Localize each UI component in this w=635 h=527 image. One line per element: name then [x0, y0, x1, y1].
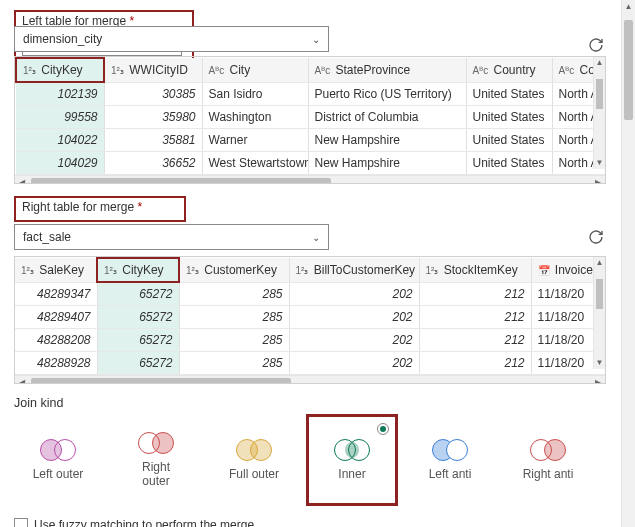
column-header[interactable]: 1²₃ CityKey: [97, 258, 179, 282]
table-cell: 48288208: [15, 329, 97, 352]
column-header[interactable]: 1²₃ StockItemKey: [419, 258, 531, 282]
fuzzy-label: Use fuzzy matching to perform the merge: [34, 518, 254, 527]
dialog-v-scrollbar[interactable]: ▲: [621, 0, 635, 527]
h-scrollbar[interactable]: ◀▶: [15, 175, 605, 184]
column-header[interactable]: 1²₃ CustomerKey: [179, 258, 289, 282]
table-cell: 99558: [16, 106, 104, 129]
join-kind-right-outer[interactable]: Rightouter: [112, 416, 200, 504]
refresh-icon[interactable]: [586, 227, 606, 247]
table-cell: 30385: [104, 82, 202, 106]
table-row[interactable]: 10402235881WarnerNew HampshireUnited Sta…: [16, 129, 606, 152]
join-kind-right-anti[interactable]: Right anti: [504, 416, 592, 504]
column-header[interactable]: Aᴮc City: [202, 58, 308, 82]
table-cell: United States: [466, 129, 552, 152]
venn-icon: [334, 439, 370, 461]
table-cell: New Hampshire: [308, 152, 466, 175]
table-row[interactable]: 482893476527228520221211/18/20: [15, 282, 606, 306]
table-row[interactable]: 482889286527228520221211/18/20: [15, 352, 606, 375]
table-row[interactable]: 9955835980WashingtonDistrict of Columbia…: [16, 106, 606, 129]
table-cell: 48289347: [15, 282, 97, 306]
table-cell: 36652: [104, 152, 202, 175]
join-kind-left-outer[interactable]: Left outer: [14, 416, 102, 504]
join-kind-inner[interactable]: Inner: [308, 416, 396, 504]
table-cell: United States: [466, 82, 552, 106]
column-header[interactable]: 1²₃ SaleKey: [15, 258, 97, 282]
venn-icon: [236, 439, 272, 461]
table-cell: 104022: [16, 129, 104, 152]
left-table: 1²₃ CityKey1²₃ WWICityIDAᴮc CityAᴮc Stat…: [14, 56, 606, 184]
join-kind-full-outer[interactable]: Full outer: [210, 416, 298, 504]
table-cell: 48289407: [15, 306, 97, 329]
venn-icon: [40, 439, 76, 461]
table-cell: United States: [466, 152, 552, 175]
join-kind-label: Left outer: [33, 467, 84, 481]
join-kind-label: Left anti: [429, 467, 472, 481]
h-scrollbar[interactable]: ◀▶: [15, 375, 605, 384]
table-cell: 65272: [97, 352, 179, 375]
join-kind-label: Rightouter: [142, 460, 170, 489]
join-kind-label: Join kind: [14, 396, 606, 410]
table-cell: 212: [419, 306, 531, 329]
table-cell: 65272: [97, 282, 179, 306]
column-header[interactable]: Aᴮc Country: [466, 58, 552, 82]
table-cell: 202: [289, 329, 419, 352]
table-cell: 285: [179, 329, 289, 352]
right-table-label: Right table for merge *: [22, 200, 178, 214]
table-cell: New Hampshire: [308, 129, 466, 152]
table-cell: 285: [179, 352, 289, 375]
join-kind-left-anti[interactable]: Left anti: [406, 416, 494, 504]
chevron-down-icon: ⌄: [312, 232, 320, 243]
table-cell: 104029: [16, 152, 104, 175]
table-cell: Puerto Rico (US Territory): [308, 82, 466, 106]
table-cell: West Stewartstown: [202, 152, 308, 175]
right-table-select[interactable]: fact_sale ⌄: [14, 224, 329, 250]
join-kind-label: Full outer: [229, 467, 279, 481]
left-table-select-full[interactable]: dimension_city ⌄: [14, 26, 329, 52]
table-cell: 48288928: [15, 352, 97, 375]
table-row[interactable]: 482894076527228520221211/18/20: [15, 306, 606, 329]
venn-icon: [530, 439, 566, 461]
table-cell: Warner: [202, 129, 308, 152]
table-cell: 285: [179, 306, 289, 329]
table-cell: 202: [289, 282, 419, 306]
table-cell: 65272: [97, 306, 179, 329]
table-cell: San Isidro: [202, 82, 308, 106]
v-scrollbar[interactable]: ▲▼: [593, 257, 605, 369]
table-cell: United States: [466, 106, 552, 129]
v-scrollbar[interactable]: ▲▼: [593, 57, 605, 169]
join-kind-label: Right anti: [523, 467, 574, 481]
table-cell: 102139: [16, 82, 104, 106]
radio-selected-icon: [377, 423, 389, 435]
table-row[interactable]: 10402936652West StewartstownNew Hampshir…: [16, 152, 606, 175]
venn-icon: [138, 432, 174, 454]
table-cell: 35980: [104, 106, 202, 129]
venn-icon: [432, 439, 468, 461]
column-header[interactable]: 1²₃ BillToCustomerKey: [289, 258, 419, 282]
table-row[interactable]: 10213930385San IsidroPuerto Rico (US Ter…: [16, 82, 606, 106]
table-row[interactable]: 482882086527228520221211/18/20: [15, 329, 606, 352]
table-cell: 212: [419, 282, 531, 306]
column-header[interactable]: 1²₃ WWICityID: [104, 58, 202, 82]
chevron-down-icon: ⌄: [312, 34, 320, 45]
refresh-icon[interactable]: [586, 35, 606, 55]
table-cell: Washington: [202, 106, 308, 129]
right-table: 1²₃ SaleKey1²₃ CityKey1²₃ CustomerKey1²₃…: [14, 256, 606, 384]
table-cell: 65272: [97, 329, 179, 352]
table-cell: District of Columbia: [308, 106, 466, 129]
table-cell: 202: [289, 352, 419, 375]
join-kind-label: Inner: [338, 467, 365, 481]
fuzzy-checkbox[interactable]: [14, 518, 28, 527]
column-header[interactable]: Aᴮc StateProvince: [308, 58, 466, 82]
column-header[interactable]: 1²₃ CityKey: [16, 58, 104, 82]
table-cell: 285: [179, 282, 289, 306]
table-cell: 212: [419, 352, 531, 375]
table-cell: 202: [289, 306, 419, 329]
table-cell: 212: [419, 329, 531, 352]
table-cell: 35881: [104, 129, 202, 152]
